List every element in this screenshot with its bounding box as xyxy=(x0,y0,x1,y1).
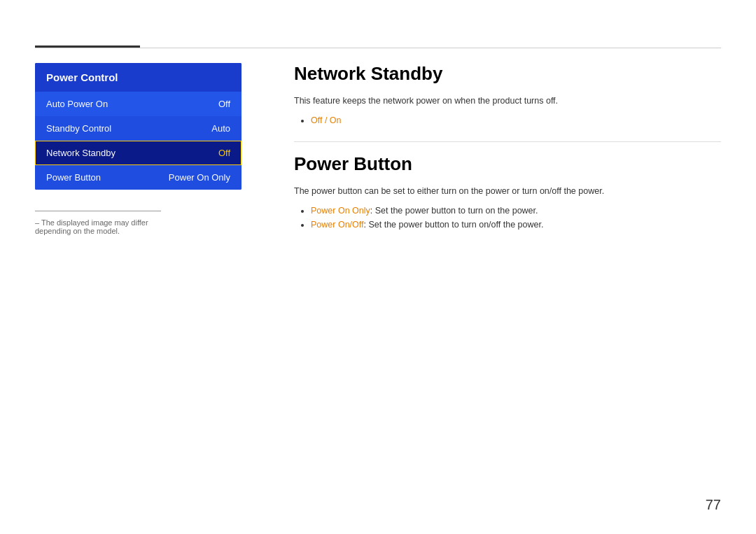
power-button-desc: The power button can be set to either tu… xyxy=(294,185,721,198)
power-on-off-desc: : Set the power button to turn on/off th… xyxy=(364,220,544,230)
menu-item-auto-power-on-label: Auto Power On xyxy=(46,99,108,109)
network-standby-desc: This feature keeps the network power on … xyxy=(294,94,721,108)
network-standby-off-on: Off / On xyxy=(311,115,342,125)
menu-item-power-button-label: Power Button xyxy=(46,172,101,183)
power-button-title: Power Button xyxy=(294,153,721,175)
menu-item-network-standby[interactable]: Network Standby Off xyxy=(35,141,241,165)
power-button-bullet-1: Power On Only: Set the power button to t… xyxy=(311,204,721,218)
network-standby-bullet-1: Off / On xyxy=(311,113,721,127)
power-button-bullet-2: Power On/Off: Set the power button to tu… xyxy=(311,218,721,232)
top-divider-line xyxy=(35,48,721,48)
section-divider xyxy=(294,141,721,142)
power-on-only-desc: : Set the power button to turn on the po… xyxy=(370,206,538,216)
left-panel: Power Control Auto Power On Off Standby … xyxy=(35,63,241,235)
power-button-bullets: Power On Only: Set the power button to t… xyxy=(311,204,721,232)
footnote-text: – The displayed image may differ dependi… xyxy=(35,218,161,235)
power-control-menu: Power Control Auto Power On Off Standby … xyxy=(35,63,241,190)
footnote-area: – The displayed image may differ dependi… xyxy=(35,211,161,235)
menu-item-power-button-value: Power On Only xyxy=(169,172,230,183)
menu-item-network-standby-value: Off xyxy=(218,148,230,158)
menu-item-standby-control-value: Auto xyxy=(211,123,230,134)
menu-item-auto-power-on[interactable]: Auto Power On Off xyxy=(35,92,241,116)
power-on-only-label: Power On Only xyxy=(311,206,370,216)
menu-item-network-standby-label: Network Standby xyxy=(46,148,115,158)
menu-item-power-button[interactable]: Power Button Power On Only xyxy=(35,165,241,190)
right-panel: Network Standby This feature keeps the n… xyxy=(294,63,721,246)
menu-item-standby-control[interactable]: Standby Control Auto xyxy=(35,116,241,141)
network-standby-bullets: Off / On xyxy=(311,113,721,127)
menu-header: Power Control xyxy=(35,63,241,92)
menu-item-standby-control-label: Standby Control xyxy=(46,123,111,134)
power-on-off-label: Power On/Off xyxy=(311,220,364,230)
menu-item-auto-power-on-value: Off xyxy=(218,99,230,109)
page-number: 77 xyxy=(706,497,721,513)
network-standby-title: Network Standby xyxy=(294,63,721,85)
